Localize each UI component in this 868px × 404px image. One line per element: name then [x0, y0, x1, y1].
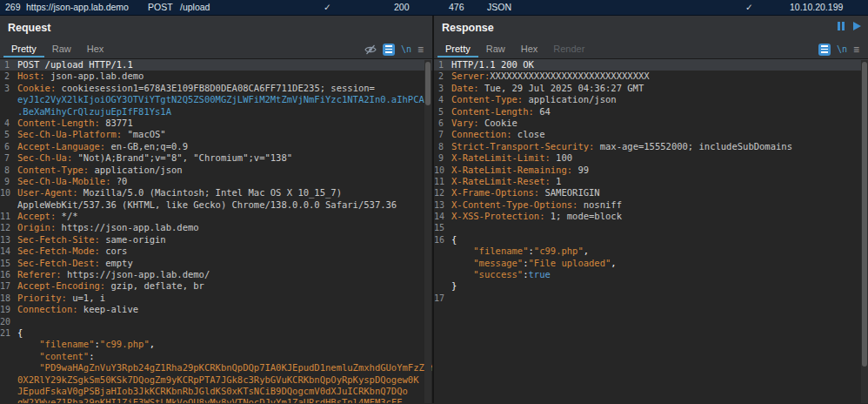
response-panel-header: Response	[434, 16, 868, 40]
line-number	[0, 199, 17, 211]
code-line: "content":	[0, 351, 432, 362]
code-line: 21{	[0, 327, 432, 339]
code-line: 15	[434, 222, 868, 233]
code-line: "success":true	[434, 269, 868, 280]
log-entry-row[interactable]: 269 https://json-app.lab.demo POST /uplo…	[0, 0, 868, 16]
line-number	[0, 397, 17, 403]
tab-pretty[interactable]: Pretty	[437, 41, 478, 57]
code-line: 3Cookie: cookiesession1=678A3E109FB8D0DE…	[0, 83, 432, 94]
line-number: 9	[0, 176, 17, 187]
line-number: 17	[0, 280, 17, 292]
line-number: 4	[434, 94, 451, 105]
line-number	[0, 339, 17, 350]
code-line: 0X2RlY29kZSgkSm50KSk7DQogZm9yKCRpPTA7JGk…	[0, 374, 432, 386]
line-number: 13	[434, 199, 451, 211]
format-icon[interactable]	[818, 44, 831, 56]
code-line: "PD9waHAgZnVuY3Rpb24gZ1Rha29pKCRKbnQpDQp…	[0, 362, 432, 374]
code-line: 2Server:XXXXXXXXXXXXXXXXXXXXXXXXXXXXX	[434, 71, 868, 82]
code-line: 4Content-Length: 83771	[0, 118, 432, 129]
code-line: 18Priority: u=1, i	[0, 293, 432, 304]
code-line: }	[434, 280, 868, 292]
log-path: /upload	[180, 2, 210, 12]
request-editor[interactable]: 1POST /upload HTTP/1.12Host: json-app.la…	[0, 59, 432, 403]
code-line: 9Sec-Ch-Ua-Mobile: ?0	[0, 176, 432, 187]
line-number: 6	[434, 118, 451, 129]
response-panel: Response Pretty Raw Hex Render \n ≡ 1HTT…	[434, 16, 868, 403]
scrollbar-thumb[interactable]	[425, 62, 431, 105]
code-line: 8Strict-Transport-Security: max-age=1555…	[434, 141, 868, 152]
line-number: 16	[434, 234, 451, 246]
code-line: 17Accept-Encoding: gzip, deflate, br	[0, 280, 432, 292]
code-line: 9X-RateLimit-Limit: 100	[434, 152, 868, 164]
line-number: 1	[434, 59, 451, 71]
code-line: 13X-Content-Type-Options: nosniff	[434, 199, 868, 211]
line-number	[0, 374, 17, 386]
line-number	[434, 280, 451, 292]
tab-pretty[interactable]: Pretty	[3, 41, 44, 57]
line-number	[0, 362, 17, 374]
tab-raw[interactable]: Raw	[44, 41, 79, 57]
response-editor[interactable]: 1HTTP/1.1 200 OK2Server:XXXXXXXXXXXXXXXX…	[434, 59, 868, 403]
play-button[interactable]	[853, 22, 861, 30]
line-number: 11	[0, 211, 17, 222]
line-number: 5	[0, 129, 17, 140]
code-line: 2Host: json-app.lab.demo	[0, 71, 432, 82]
line-number: 13	[0, 234, 17, 246]
tab-raw[interactable]: Raw	[478, 41, 513, 57]
format-icon[interactable]	[383, 44, 395, 56]
line-number	[0, 351, 17, 362]
line-number	[0, 94, 17, 105]
tab-hex[interactable]: Hex	[513, 41, 546, 57]
newline-toggle-icon[interactable]: \n	[837, 44, 847, 56]
code-line: 3Date: Tue, 29 Jul 2025 04:36:27 GMT	[434, 83, 868, 94]
capture-controls	[838, 22, 861, 30]
pause-button[interactable]	[838, 22, 845, 30]
response-panel-title: Response	[442, 22, 494, 34]
code-line: 7Sec-Ch-Ua: "Not)A;Brand";v="8", "Chromi…	[0, 152, 432, 164]
request-scrollbar[interactable]	[424, 60, 431, 403]
check-icon: ✓	[745, 2, 753, 12]
tab-hex[interactable]: Hex	[79, 41, 112, 57]
line-number	[434, 258, 451, 269]
code-line: 14Sec-Fetch-Mode: cors	[0, 246, 432, 257]
line-number: 2	[0, 71, 17, 82]
check-icon: ✓	[324, 2, 331, 12]
newline-toggle-icon[interactable]: \n	[401, 44, 411, 56]
line-number: 12	[0, 222, 17, 233]
line-number: 16	[0, 269, 17, 280]
code-line: 16Referer: https://json-app.lab.demo/	[0, 269, 432, 280]
scrollbar-thumb[interactable]	[862, 62, 867, 367]
code-line: JEpudFskaV0gPSBjaHIob3JkKCRKbnRbJGldKS0x…	[0, 386, 432, 397]
code-line: "filename":"c99.php",	[434, 246, 868, 257]
code-line: AppleWebKit/537.36 (KHTML, like Gecko) C…	[0, 199, 432, 211]
code-line: 10User-Agent: Mozilla/5.0 (Macintosh; In…	[0, 187, 432, 199]
line-number	[434, 269, 451, 280]
code-line: 6Vary: Cookie	[434, 118, 868, 129]
response-editor-icons: \n ≡	[818, 44, 868, 56]
line-number: 7	[0, 152, 17, 164]
eye-off-icon[interactable]	[364, 44, 377, 56]
code-line: 12Origin: https://json-app.lab.demo	[0, 222, 432, 233]
code-line: 4Content-Type: application/json	[434, 94, 868, 105]
response-tabbar: Pretty Raw Hex Render \n ≡	[434, 40, 868, 59]
burp-logger-screen: 269 https://json-app.lab.demo POST /uplo…	[0, 0, 868, 404]
line-number: 6	[0, 141, 17, 152]
code-line: 19Connection: keep-alive	[0, 304, 432, 315]
line-number: 9	[434, 152, 451, 164]
code-line: 11Accept: */*	[0, 211, 432, 222]
wrap-toggle-icon[interactable]: ≡	[853, 44, 859, 56]
code-line: 5Content-Length: 64	[434, 106, 868, 118]
tab-render: Render	[545, 41, 592, 57]
line-number: 19	[0, 304, 17, 315]
line-number: 11	[434, 176, 451, 187]
code-line: 11X-RateLimit-Reset: 1	[434, 176, 868, 187]
wrap-toggle-icon[interactable]: ≡	[417, 44, 424, 56]
line-number: 21	[0, 327, 17, 339]
log-method: POST	[148, 2, 173, 12]
code-line: 1POST /upload HTTP/1.1	[0, 59, 432, 71]
line-number: 15	[0, 258, 17, 269]
request-tabbar: Pretty Raw Hex \n ≡	[0, 40, 432, 59]
code-line: 8Content-Type: application/json	[0, 165, 432, 176]
code-line: 16{	[434, 234, 868, 246]
response-scrollbar[interactable]	[861, 60, 868, 403]
